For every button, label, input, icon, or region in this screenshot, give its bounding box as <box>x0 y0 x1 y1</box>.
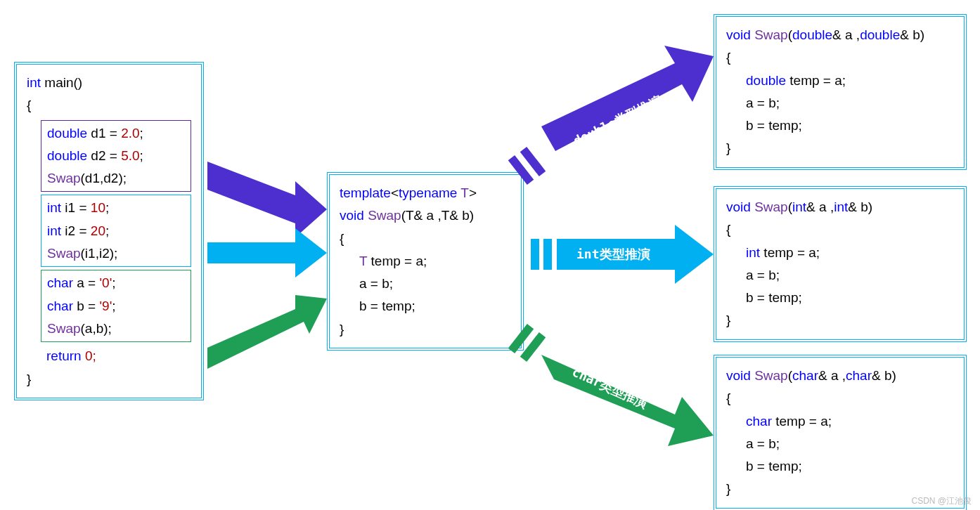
watermark: CSDN @江池俊 <box>911 495 972 507</box>
brace-open: { <box>27 94 191 117</box>
main-box: int main() { double d1 = 2.0; double d2 … <box>14 62 204 400</box>
main-name: main <box>44 75 73 90</box>
svg-marker-2 <box>541 46 714 151</box>
svg-rect-1 <box>520 147 546 176</box>
char-instance-box: void Swap(char& a ,char& b) { char temp … <box>714 355 967 510</box>
int-block: int i1 = 10; int i2 = 20; Swap(i1,i2); <box>41 195 191 267</box>
arrow-main-to-template-double <box>207 162 327 237</box>
arrow-label-double: double类型推演 <box>571 92 665 150</box>
main-sig: int main() <box>27 72 191 94</box>
brace-close: } <box>27 368 191 391</box>
arrow-label-int: int类型推演 <box>576 246 650 263</box>
svg-rect-4 <box>543 239 552 270</box>
svg-rect-3 <box>531 239 539 270</box>
template-box: template<typename T> void Swap(T& a ,T& … <box>327 172 524 351</box>
int-instance-box: void Swap(int& a ,int& b) { int temp = a… <box>714 186 967 342</box>
kw-int: int <box>27 75 41 90</box>
arrow-main-to-template-int <box>207 228 327 277</box>
arrow-main-to-template-char <box>207 295 327 369</box>
svg-rect-8 <box>520 332 546 362</box>
double-block: double d1 = 2.0; double d2 = 5.0; Swap(d… <box>41 120 191 192</box>
double-instance-box: void Swap(double& a ,double& b) { double… <box>714 14 967 170</box>
char-block: char a = '0'; char b = '9'; Swap(a,b); <box>41 270 191 342</box>
arrow-label-char: char类型推演 <box>569 364 650 412</box>
